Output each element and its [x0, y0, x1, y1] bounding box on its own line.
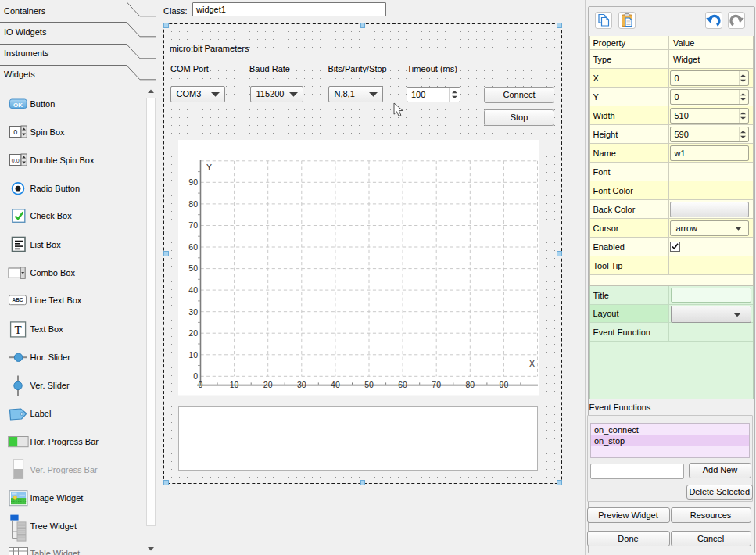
- svg-text:10: 10: [188, 350, 198, 360]
- svg-text:90: 90: [188, 177, 198, 187]
- svg-text:0: 0: [199, 380, 203, 389]
- svg-text:20: 20: [263, 380, 273, 389]
- svg-text:50: 50: [188, 263, 198, 273]
- svg-text:Y: Y: [206, 163, 212, 172]
- svg-text:X: X: [529, 359, 535, 368]
- svg-text:80: 80: [188, 199, 198, 209]
- svg-text:70: 70: [432, 380, 441, 389]
- svg-text:0: 0: [13, 128, 17, 136]
- svg-text:80: 80: [465, 380, 475, 389]
- svg-text:90: 90: [500, 380, 509, 389]
- svg-text:60: 60: [398, 380, 407, 389]
- svg-text:50: 50: [364, 380, 374, 389]
- svg-text:0: 0: [193, 371, 198, 381]
- svg-text:60: 60: [188, 242, 198, 252]
- svg-text:30: 30: [188, 307, 198, 317]
- svg-text:OK: OK: [13, 101, 23, 108]
- svg-text:40: 40: [188, 285, 198, 295]
- svg-text:0.0: 0.0: [12, 158, 20, 163]
- svg-text:40: 40: [331, 380, 340, 389]
- svg-text:10: 10: [230, 380, 239, 389]
- svg-text:ABC: ABC: [12, 297, 23, 303]
- svg-text:30: 30: [297, 380, 306, 389]
- svg-text:20: 20: [188, 328, 198, 338]
- svg-text:70: 70: [188, 220, 198, 230]
- svg-text:T: T: [15, 324, 22, 336]
